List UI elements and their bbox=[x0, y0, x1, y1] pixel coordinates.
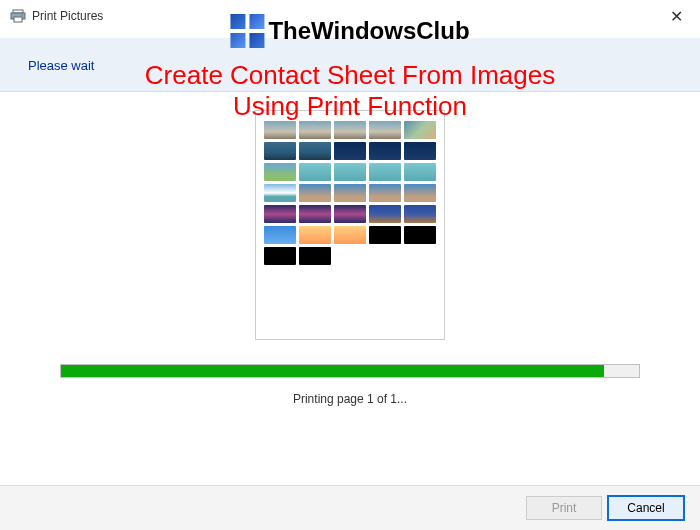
thumbnail bbox=[404, 142, 436, 160]
svg-rect-2 bbox=[14, 17, 22, 22]
thumbnail bbox=[264, 121, 296, 139]
thumbnail-empty bbox=[334, 247, 366, 265]
thumbnail bbox=[369, 142, 401, 160]
thumbnail bbox=[264, 184, 296, 202]
thumbnail bbox=[264, 205, 296, 223]
thumbnail-empty bbox=[404, 247, 436, 265]
thumbnail bbox=[299, 205, 331, 223]
watermark: TheWindowsClub bbox=[230, 14, 469, 48]
thumbnail bbox=[369, 184, 401, 202]
thumbnail bbox=[299, 247, 331, 265]
thumbnail bbox=[334, 163, 366, 181]
thumbnail bbox=[369, 163, 401, 181]
thumbnail bbox=[299, 121, 331, 139]
thumbnail bbox=[299, 142, 331, 160]
thumbnail-empty bbox=[369, 247, 401, 265]
thumbnail bbox=[404, 163, 436, 181]
contact-sheet-preview bbox=[255, 110, 445, 340]
content-area: Printing page 1 of 1... bbox=[0, 92, 700, 406]
close-icon: ✕ bbox=[670, 7, 683, 26]
close-button[interactable]: ✕ bbox=[666, 6, 686, 26]
cancel-button[interactable]: Cancel bbox=[608, 496, 684, 520]
thumbnail bbox=[404, 184, 436, 202]
watermark-logo-icon bbox=[230, 14, 264, 48]
thumbnail bbox=[264, 247, 296, 265]
thumbnail bbox=[369, 205, 401, 223]
overlay-line2: Using Print Function bbox=[145, 91, 555, 122]
thumbnail bbox=[404, 205, 436, 223]
overlay-title: Create Contact Sheet From Images Using P… bbox=[145, 60, 555, 122]
svg-point-3 bbox=[21, 14, 23, 16]
progress-bar bbox=[60, 364, 640, 378]
window-title: Print Pictures bbox=[32, 9, 103, 23]
thumbnail bbox=[264, 142, 296, 160]
thumbnail bbox=[404, 226, 436, 244]
thumbnail bbox=[369, 121, 401, 139]
footer: Print Cancel bbox=[0, 485, 700, 530]
thumbnail bbox=[299, 226, 331, 244]
thumbnail bbox=[334, 142, 366, 160]
overlay-line1: Create Contact Sheet From Images bbox=[145, 60, 555, 91]
status-text: Printing page 1 of 1... bbox=[60, 392, 640, 406]
thumbnail bbox=[369, 226, 401, 244]
thumbnail bbox=[299, 163, 331, 181]
progress-section: Printing page 1 of 1... bbox=[60, 364, 640, 406]
thumbnail-grid bbox=[264, 121, 436, 265]
thumbnail bbox=[264, 226, 296, 244]
print-button[interactable]: Print bbox=[526, 496, 602, 520]
thumbnail bbox=[334, 184, 366, 202]
progress-fill bbox=[61, 365, 604, 377]
watermark-text: TheWindowsClub bbox=[268, 17, 469, 45]
thumbnail bbox=[334, 121, 366, 139]
thumbnail bbox=[334, 226, 366, 244]
thumbnail bbox=[404, 121, 436, 139]
thumbnail bbox=[299, 184, 331, 202]
printer-icon bbox=[10, 8, 26, 24]
thumbnail bbox=[264, 163, 296, 181]
thumbnail bbox=[334, 205, 366, 223]
